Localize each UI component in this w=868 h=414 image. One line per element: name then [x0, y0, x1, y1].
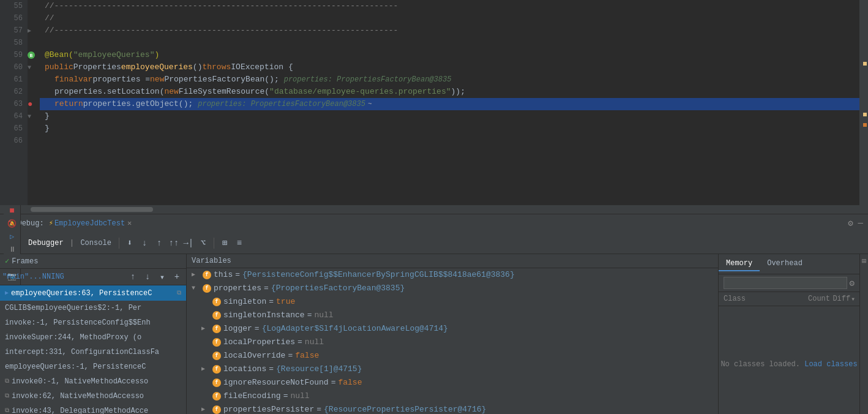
frame-item-5[interactable]: employeeQueries:-1, PersistenceC [0, 359, 186, 374]
btn-run-cursor[interactable]: →| [182, 236, 195, 250]
tab-console[interactable]: Console [77, 239, 114, 247]
btn-frame-down[interactable]: ↓ [141, 270, 154, 284]
var-locations[interactable]: ▶ f locations = {Resource[1]@4715} [187, 363, 718, 376]
class-62: FileSystemResource( [179, 86, 269, 98]
frame-text-4: intercept:331, ConfigurationClassFa [5, 347, 159, 358]
sig-60: () [193, 61, 203, 73]
frame-arrow-0: ▶ [5, 288, 9, 299]
stop-icon[interactable]: ■ [9, 206, 14, 216]
pause-icon[interactable]: ⏸ [9, 245, 16, 254]
fold-icon-60[interactable]: ▼ [28, 64, 31, 71]
frame-item-7[interactable]: ⧉ invoke:62, NativeMethodAccesso [0, 389, 186, 404]
fold-60[interactable]: ▼ [28, 61, 40, 73]
code-line-61: final var properties = new PropertiesFac… [40, 73, 859, 86]
debug-header-actions: ⚙ — [848, 218, 863, 228]
fold-61 [28, 73, 40, 86]
expand-panel-icon[interactable]: ⊞ [862, 257, 866, 266]
var-this[interactable]: ▶ f this = {PersistenceConfig$$EnhancerB… [187, 268, 718, 282]
var-ignoreResourceNotFound[interactable]: f ignoreResourceNotFound = false [187, 376, 718, 390]
frame-item-0[interactable]: ▶ employeeQueries:63, PersistenceC ⧉ [0, 285, 186, 301]
var-propertiesPersister[interactable]: ▶ f propertiesPersister = {ResourcePrope… [187, 403, 718, 414]
tab-debugger[interactable]: Debugger [24, 239, 67, 247]
fold-icon-64[interactable]: ▼ [28, 113, 31, 120]
fold-64[interactable]: ▼ [28, 110, 40, 122]
btn-step-out[interactable]: ↑↑ [167, 236, 181, 250]
fold-icon-57[interactable]: ▶ [28, 27, 31, 34]
memory-panel: Memory Overhead ⚙ Class Count Diff ▼ No … [719, 254, 859, 414]
var-singletonInstance[interactable]: f singletonInstance = null [187, 309, 718, 322]
mute-icon[interactable]: 🔕 [7, 219, 17, 228]
tab-overhead[interactable]: Overhead [760, 257, 810, 271]
frame-item-2[interactable]: invoke:-1, PersistenceConfig$$Enh [0, 315, 186, 330]
frame-item-4[interactable]: intercept:331, ConfigurationClassFa [0, 345, 186, 359]
var-expand-pp[interactable]: ▶ [201, 404, 209, 414]
var-val-lp: null [305, 337, 324, 348]
var-logger[interactable]: ▶ f logger = {LogAdapter$Slf4jLocationAw… [187, 322, 718, 336]
frame-text-6: invoke0:-1, NativeMethodAccesso [12, 376, 148, 387]
var-properties[interactable]: ▼ f properties = {PropertiesFactoryBean@… [187, 282, 718, 295]
btn-stream[interactable]: ≡ [233, 236, 246, 250]
sort-icon[interactable]: ▼ [851, 296, 855, 302]
h-scrollbar-thumb[interactable] [31, 207, 153, 212]
var-val-pp: {ResourcePropertiesPersister@4716} [324, 404, 486, 414]
editor-scrollbar[interactable] [859, 0, 868, 205]
fold-57[interactable]: ▶ [28, 24, 40, 37]
btn-frame-up[interactable]: ↑ [126, 270, 140, 284]
var-expand-this[interactable]: ▶ [192, 269, 199, 280]
debug-tab-active[interactable]: ⚡ EmployeeJdbcTest ✕ [49, 219, 132, 228]
h-scrollbar[interactable] [0, 205, 868, 214]
debug-settings-icon[interactable]: ⚙ [848, 218, 853, 228]
frame-text-7: invoke:62, NativeMethodAccesso [12, 391, 144, 402]
memory-gear-icon[interactable]: ⚙ [850, 278, 855, 288]
breakpoint-63[interactable]: ● [28, 98, 40, 110]
debug-tab-icon: ⚡ [49, 219, 53, 228]
code-line-64: } [40, 110, 859, 122]
frame-item-8[interactable]: ⧉ invoke:43, DelegatingMethodAcce [0, 404, 186, 414]
frames-panel: ✓ Frames "main"...NNING ↑ ↓ ▾ + ▶ employ… [0, 254, 187, 414]
line-num-58: 58 [5, 37, 23, 49]
frame-item-1[interactable]: CGLIB$employeeQueries$2:-1, Per [0, 301, 186, 315]
btn-step-up[interactable]: ↑ [152, 236, 166, 250]
frames-label: Frames [12, 257, 38, 266]
frame-copy-7: ⧉ [5, 391, 9, 402]
btn-evaluate[interactable]: ⌥ [196, 236, 210, 250]
memory-search-input[interactable] [724, 277, 847, 289]
memory-content: No classes loaded. Load classes [719, 306, 859, 414]
line-num-61: 61 [5, 73, 23, 86]
btn-step-over[interactable]: ⬇ [123, 236, 137, 250]
var-expand-logger[interactable]: ▶ [201, 323, 209, 334]
frame-copy-0[interactable]: ⧉ [177, 287, 181, 299]
var-expand-props[interactable]: ▼ [192, 283, 199, 294]
line-num-64: 64 [5, 110, 23, 122]
btn-grid[interactable]: ⊞ [218, 236, 231, 250]
debug-collapse-icon[interactable]: — [858, 218, 863, 228]
load-classes-link[interactable]: Load classes [804, 360, 857, 369]
var-localOverride[interactable]: f localOverride = false [187, 349, 718, 363]
bean-marker-59: B [28, 51, 35, 59]
btn-frame-filter[interactable]: ▾ [155, 270, 169, 284]
breakpoint-icon-63[interactable]: ● [28, 99, 32, 109]
code-content[interactable]: //--------------------------------------… [40, 0, 859, 205]
btn-frame-add[interactable]: + [170, 270, 184, 284]
close-tab-icon[interactable]: ✕ [127, 219, 132, 228]
var-eq-lo: = [288, 350, 293, 361]
line-num-66: 66 [5, 135, 23, 147]
var-expand-loc[interactable]: ▶ [201, 364, 209, 375]
var-localProperties[interactable]: f localProperties = null [187, 336, 718, 349]
btn-step-down[interactable]: ↓ [138, 236, 151, 250]
code-line-58 [40, 37, 859, 49]
hint-arrow-63: ~ [368, 98, 372, 110]
kw-var-61: var [78, 73, 92, 86]
frame-item-6[interactable]: ⧉ invoke0:-1, NativeMethodAccesso [0, 374, 186, 389]
fold-55 [28, 0, 40, 12]
var-fileEncoding[interactable]: f fileEncoding = null [187, 390, 718, 403]
frame-item-3[interactable]: invokeSuper:244, MethodProxy (o [0, 330, 186, 345]
run-icon[interactable]: ▷ [10, 232, 14, 241]
var-expand-irnf [201, 377, 209, 388]
tab-memory[interactable]: Memory [719, 257, 760, 271]
var-icon-props: f [203, 284, 211, 293]
var-eq-singleton: = [269, 296, 274, 307]
variables-panel: Variables ▶ f this = {PersistenceConfig$… [187, 254, 719, 414]
toolbar-pipe: | [70, 238, 75, 247]
var-singleton[interactable]: f singleton = true [187, 295, 718, 309]
